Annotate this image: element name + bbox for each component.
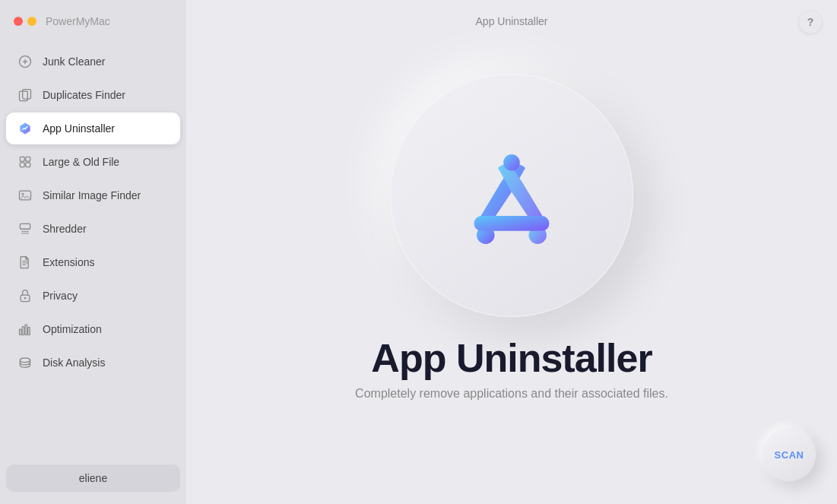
junk-cleaner-label: Junk Cleaner — [43, 55, 106, 68]
svg-rect-4 — [26, 157, 30, 161]
app-uninstaller-main-icon — [443, 127, 580, 264]
app-icon-circle — [390, 74, 633, 317]
disk-analysis-icon — [17, 354, 33, 371]
sidebar-item-extensions[interactable]: Extensions — [6, 246, 180, 278]
app-uninstaller-icon — [17, 120, 33, 137]
svg-point-17 — [503, 154, 520, 171]
svg-rect-13 — [22, 327, 24, 335]
svg-rect-9 — [20, 223, 30, 229]
svg-rect-20 — [474, 216, 549, 231]
svg-rect-12 — [20, 329, 22, 335]
optimization-label: Optimization — [43, 323, 102, 335]
top-bar: App Uninstaller ? — [186, 0, 837, 42]
sidebar-item-shredder[interactable]: Shredder — [6, 213, 180, 245]
sidebar-item-duplicates-finder[interactable]: Duplicates Finder — [6, 79, 180, 111]
duplicates-finder-label: Duplicates Finder — [43, 89, 125, 101]
sidebar: PowerMyMac Junk Cleaner Duplicates Finde… — [0, 0, 186, 504]
shredder-icon — [17, 220, 33, 237]
app-name-label: PowerMyMac — [46, 15, 110, 27]
svg-point-16 — [20, 358, 30, 363]
sidebar-footer: eliene — [0, 457, 186, 504]
large-old-file-icon — [17, 154, 33, 170]
sidebar-item-large-old-file[interactable]: Large & Old File — [6, 146, 180, 178]
minimize-button[interactable] — [27, 17, 36, 26]
svg-rect-5 — [20, 163, 24, 167]
privacy-icon — [17, 287, 33, 304]
extensions-icon — [17, 254, 33, 271]
svg-rect-14 — [25, 325, 27, 334]
app-uninstaller-label: App Uninstaller — [43, 122, 115, 135]
app-logo: PowerMyMac — [0, 0, 110, 42]
svg-rect-15 — [28, 328, 30, 335]
svg-rect-6 — [26, 163, 30, 167]
extensions-label: Extensions — [43, 256, 94, 268]
similar-image-finder-icon — [17, 187, 33, 204]
sidebar-item-app-uninstaller[interactable]: App Uninstaller — [6, 113, 180, 144]
svg-point-11 — [24, 297, 27, 300]
close-button[interactable] — [14, 17, 23, 26]
shredder-label: Shredder — [43, 223, 87, 235]
svg-point-8 — [22, 193, 24, 195]
disk-analysis-label: Disk Analysis — [43, 357, 105, 369]
duplicates-finder-icon — [17, 87, 33, 103]
scan-button[interactable]: SCAN — [762, 428, 816, 481]
sidebar-item-similar-image-finder[interactable]: Similar Image Finder — [6, 179, 180, 211]
main-content: App Uninstaller ? — [186, 0, 837, 504]
sidebar-item-disk-analysis[interactable]: Disk Analysis — [6, 347, 180, 379]
sidebar-item-junk-cleaner[interactable]: Junk Cleaner — [6, 46, 180, 78]
large-old-file-label: Large & Old File — [43, 156, 119, 168]
privacy-label: Privacy — [43, 290, 78, 302]
sidebar-item-optimization[interactable]: Optimization — [6, 313, 180, 345]
help-button[interactable]: ? — [799, 11, 822, 33]
sidebar-item-privacy[interactable]: Privacy — [6, 280, 180, 312]
content-area: App Uninstaller Completely remove applic… — [355, 74, 668, 401]
main-title: App Uninstaller — [371, 335, 652, 381]
user-button[interactable]: eliene — [6, 464, 180, 492]
junk-cleaner-icon — [17, 53, 33, 70]
optimization-icon — [17, 321, 33, 338]
main-subtitle: Completely remove applications and their… — [355, 387, 668, 401]
sidebar-nav: Junk Cleaner Duplicates Finder — [0, 46, 186, 457]
top-bar-title: App Uninstaller — [476, 15, 548, 27]
traffic-lights — [14, 17, 36, 26]
svg-rect-3 — [20, 157, 24, 161]
similar-image-finder-label: Similar Image Finder — [43, 189, 141, 201]
